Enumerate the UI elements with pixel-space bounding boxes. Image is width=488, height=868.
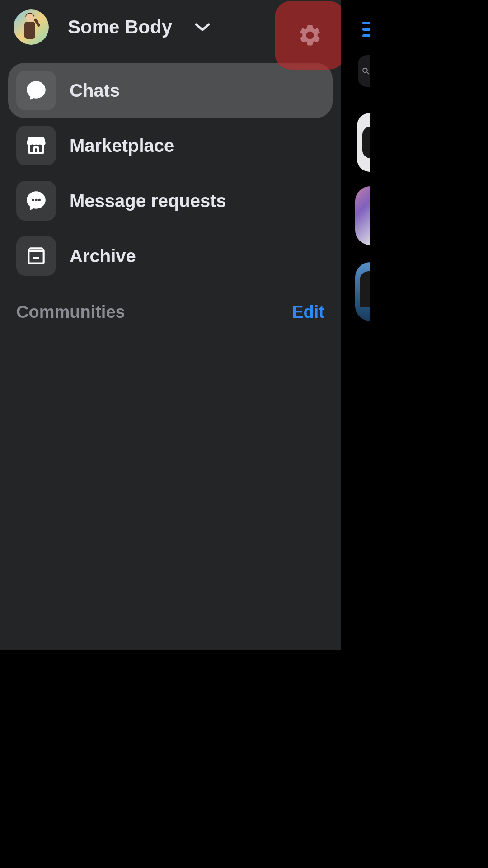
search-icon xyxy=(361,65,370,77)
menu-button[interactable] xyxy=(362,22,370,40)
chevron-down-icon xyxy=(195,23,210,32)
account-switcher-chevron[interactable] xyxy=(195,23,210,32)
nav-item-marketplace[interactable]: Marketplace xyxy=(8,118,333,173)
username-label[interactable]: Some Body xyxy=(68,16,172,38)
edit-link[interactable]: Edit xyxy=(292,302,324,322)
nav-label: Message requests xyxy=(70,191,226,211)
communities-title: Communities xyxy=(16,302,125,322)
settings-button[interactable] xyxy=(275,1,345,70)
avatar[interactable] xyxy=(14,9,49,45)
search-field[interactable] xyxy=(358,55,370,87)
communities-section-header: Communities Edit xyxy=(0,283,341,322)
story-avatar-2[interactable] xyxy=(355,262,370,321)
archive-icon xyxy=(16,236,56,276)
story-avatar-1[interactable] xyxy=(355,186,370,245)
nav-list: Chats Marketplace Message requests xyxy=(0,54,341,283)
nav-item-chats[interactable]: Chats xyxy=(8,63,333,118)
menu-icon xyxy=(362,22,370,24)
main-panel-peek xyxy=(341,0,370,650)
avatar-figure xyxy=(22,14,40,41)
svg-line-4 xyxy=(367,72,369,74)
svg-point-1 xyxy=(35,199,37,201)
marketplace-icon xyxy=(16,126,56,165)
lock-icon xyxy=(362,127,370,158)
nav-item-message-requests[interactable]: Message requests xyxy=(8,173,333,228)
nav-label: Marketplace xyxy=(70,136,174,156)
note-tile[interactable] xyxy=(357,113,370,172)
nav-item-archive[interactable]: Archive xyxy=(8,228,333,283)
message-requests-icon xyxy=(16,181,56,221)
svg-point-0 xyxy=(32,199,34,201)
chat-icon xyxy=(16,71,56,110)
sidebar: Some Body Chats xyxy=(0,0,341,650)
svg-point-2 xyxy=(38,199,41,201)
nav-label: Archive xyxy=(70,246,136,266)
gear-icon xyxy=(297,23,323,48)
account-header: Some Body xyxy=(0,0,341,54)
nav-label: Chats xyxy=(70,80,120,101)
